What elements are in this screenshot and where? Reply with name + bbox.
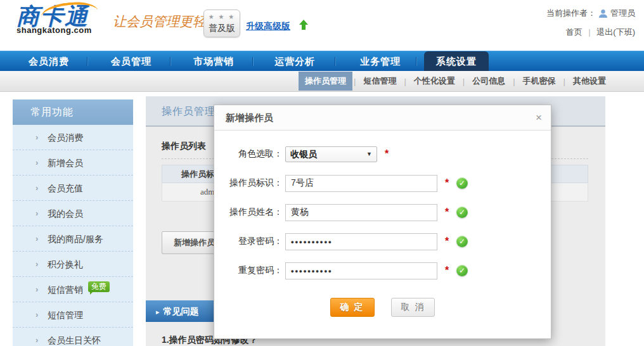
triangle-right-icon: ▸ (156, 301, 160, 323)
sidebar-item-birthday-care[interactable]: ›会员生日关怀 (13, 328, 133, 346)
role-select[interactable]: 收银员 ▼ (285, 146, 377, 162)
cancel-button[interactable]: 取 消 (391, 298, 435, 317)
subnav-other-settings[interactable]: 其他设置 (567, 72, 612, 91)
required-asterisk: * (385, 148, 391, 160)
sidebar-item-label: 会员充值 (48, 183, 83, 193)
operator-name-label: 操作员姓名： (214, 207, 283, 218)
logout-link[interactable]: 退出(下班) (596, 27, 635, 37)
header-user-area: 当前操作者： 管理员 首页 | 退出(下班) (546, 8, 635, 38)
sidebar: 常用功能 ›会员消费 ›新增会员 ›会员充值 ›我的会员 ›我的商品/服务 ›积… (13, 99, 133, 346)
current-operator-label: 当前操作者： (546, 8, 596, 19)
chevron-right-icon: › (35, 150, 38, 176)
brand-tagline: 让会员管理更轻松 (113, 13, 265, 30)
subnav-separator: | (513, 77, 515, 86)
sidebar-title: 常用功能 (13, 99, 133, 125)
subnav-company-info[interactable]: 公司信息 (466, 72, 512, 91)
confirm-button[interactable]: 确 定 (330, 298, 375, 317)
form-row-repeat-password: 重复密码： * ✓ (214, 262, 551, 279)
form-row-operator-name: 操作员姓名： * ✓ (214, 204, 551, 221)
main-nav: 会员消费 会员管理 市场营销 运营分析 业务管理 系统设置 (0, 51, 644, 71)
subnav-separator: | (354, 77, 356, 86)
operator-id-input[interactable] (285, 175, 437, 192)
valid-check-icon: ✓ (456, 177, 468, 189)
sidebar-item-label: 我的会员 (48, 208, 83, 219)
subnav-operator-manage[interactable]: 操作员管理 (299, 72, 352, 91)
dialog-header: 新增操作员 × (214, 105, 551, 131)
chevron-right-icon: › (35, 226, 38, 252)
top-header: 商卡通 shangkatong.com 让会员管理更轻松 ★ ★ ★ 普及版 升… (0, 0, 644, 51)
sidebar-item-label: 我的商品/服务 (48, 234, 103, 244)
page: 商卡通 shangkatong.com 让会员管理更轻松 ★ ★ ★ 普及版 升… (0, 0, 644, 346)
faq-title: 常见问题 (164, 306, 199, 316)
sub-nav: 操作员管理 | 短信管理 | 个性化设置 | 公司信息 | 手机密保 | 其他设… (0, 71, 644, 92)
chevron-right-icon: › (35, 328, 38, 346)
nav-marketing[interactable]: 市场营销 (184, 51, 243, 72)
header-separator: | (588, 27, 590, 37)
sidebar-item-label: 短信管理 (48, 310, 83, 320)
nav-member-manage[interactable]: 会员管理 (101, 51, 161, 72)
chevron-right-icon: › (35, 302, 38, 328)
nav-business-manage[interactable]: 业务管理 (351, 51, 410, 72)
nav-system-settings[interactable]: 系统设置 (424, 51, 489, 72)
role-select-value: 收银员 (290, 149, 317, 159)
edition-label: 普及版 (204, 22, 240, 34)
chevron-right-icon: › (35, 252, 38, 277)
sidebar-item-label: 会员生日关怀 (48, 335, 101, 345)
edition-badge: ★ ★ ★ 普及版 (203, 10, 240, 37)
valid-check-icon: ✓ (456, 207, 468, 218)
subnav-personalization[interactable]: 个性化设置 (408, 72, 461, 91)
sidebar-item-sms-manage[interactable]: ›短信管理 (13, 302, 133, 328)
operator-list-title: 操作员列表 (162, 141, 206, 152)
subnav-separator: | (564, 77, 565, 86)
brand-domain: shangkatong.com (16, 25, 92, 35)
repeat-password-input[interactable] (285, 262, 437, 279)
logo[interactable]: 商卡通 shangkatong.com (16, 4, 92, 35)
password-input[interactable] (285, 233, 437, 250)
home-link[interactable]: 首页 (566, 27, 583, 37)
sidebar-item-label: 短信营销 (48, 285, 83, 295)
free-badge: 免费 (88, 281, 110, 292)
add-operator-dialog: 新增操作员 × 角色选取： 收银员 ▼ * 操作员标识： * ✓ (214, 105, 551, 339)
role-label: 角色选取： (214, 148, 283, 160)
nav-divider (87, 57, 87, 66)
stars-icon: ★ ★ ★ (204, 12, 240, 22)
nav-divider (335, 57, 335, 66)
operator-name: 管理员 (610, 8, 635, 19)
sidebar-item-sms-marketing[interactable]: ›短信营销免费 (13, 277, 133, 302)
nav-analytics[interactable]: 运营分析 (265, 51, 325, 72)
subnav-sms-manage[interactable]: 短信管理 (357, 72, 402, 91)
required-asterisk: * (445, 236, 451, 247)
required-asterisk: * (445, 177, 451, 189)
sidebar-item-my-members[interactable]: ›我的会员 (13, 201, 133, 226)
close-icon[interactable]: × (536, 105, 542, 131)
required-asterisk: * (445, 265, 451, 276)
sidebar-item-member-recharge[interactable]: ›会员充值 (13, 176, 133, 201)
sidebar-item-member-consume[interactable]: ›会员消费 (13, 125, 133, 150)
operator-name-input[interactable] (285, 204, 437, 221)
valid-check-icon: ✓ (456, 265, 468, 276)
form-row-password: 登录密码： * ✓ (214, 233, 551, 250)
upgrade-link[interactable]: 升级高级版 (246, 21, 290, 32)
subnav-phone-security[interactable]: 手机密保 (517, 72, 562, 91)
sidebar-item-label: 新增会员 (48, 158, 83, 168)
sidebar-item-add-member[interactable]: ›新增会员 (13, 150, 133, 176)
dialog-body: 角色选取： 收银员 ▼ * 操作员标识： * ✓ 操作员姓名： * (214, 131, 551, 317)
sidebar-item-label: 积分换礼 (48, 259, 83, 269)
nav-divider (170, 57, 171, 66)
up-arrow-icon (299, 20, 308, 32)
sidebar-item-my-products[interactable]: ›我的商品/服务 (13, 226, 133, 252)
person-icon (598, 9, 608, 18)
chevron-right-icon: › (35, 125, 38, 150)
password-label: 登录密码： (214, 236, 283, 247)
sidebar-item-points-gift[interactable]: ›积分换礼 (13, 252, 133, 277)
repeat-password-label: 重复密码： (214, 265, 283, 276)
required-asterisk: * (445, 207, 451, 218)
form-row-operator-id: 操作员标识： * ✓ (214, 175, 551, 191)
nav-divider (252, 57, 253, 66)
chevron-down-icon: ▼ (366, 147, 372, 162)
dialog-title: 新增操作员 (226, 112, 273, 123)
subnav-separator: | (404, 77, 406, 86)
nav-member-consume[interactable]: 会员消费 (19, 51, 79, 72)
chevron-right-icon: › (35, 176, 38, 201)
operator-id-label: 操作员标识： (214, 177, 283, 189)
